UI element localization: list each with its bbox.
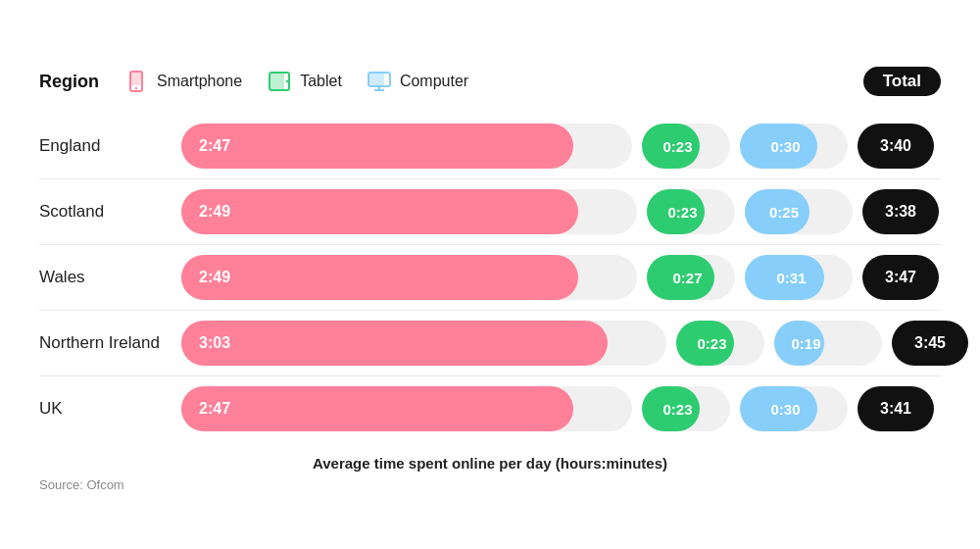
tablet-value: 0:23 xyxy=(649,138,692,155)
chart-title: Average time spent online per day (hours… xyxy=(39,455,941,472)
computer-value: 0:19 xyxy=(777,335,820,352)
smartphone-bar-wrapper: 3:03 xyxy=(181,321,666,366)
smartphone-bar-fill: 3:03 xyxy=(181,321,608,366)
computer-icon xyxy=(366,71,393,92)
computer-value: 0:25 xyxy=(756,204,799,221)
legend-region-label: Region xyxy=(39,72,99,92)
tablet-pill-fill: 0:23 xyxy=(642,124,700,169)
smartphone-value: 2:47 xyxy=(199,400,230,418)
total-value: 3:40 xyxy=(880,137,911,155)
tablet-pill-fill: 0:23 xyxy=(647,189,705,234)
computer-pill-wrapper: 0:31 xyxy=(745,255,853,300)
total-pill: 3:40 xyxy=(858,124,934,169)
tablet-value: 0:23 xyxy=(654,204,697,221)
computer-pill-wrapper: 0:25 xyxy=(745,189,853,234)
smartphone-value: 3:03 xyxy=(199,334,230,352)
tablet-pill-wrapper: 0:27 xyxy=(647,255,735,300)
smartphone-bar-fill: 2:47 xyxy=(181,386,573,431)
total-value: 3:38 xyxy=(885,203,916,221)
smartphone-value: 2:49 xyxy=(199,269,230,286)
tablet-value: 0:23 xyxy=(649,401,692,418)
computer-pill-fill: 0:30 xyxy=(740,386,817,431)
legend-tablet: Tablet xyxy=(266,71,342,92)
tablet-pill-wrapper: 0:23 xyxy=(642,124,730,169)
svg-point-2 xyxy=(135,87,137,89)
computer-pill-fill: 0:30 xyxy=(740,124,817,169)
smartphone-bar-fill: 2:47 xyxy=(181,124,573,169)
smartphone-bar-fill: 2:49 xyxy=(181,189,578,234)
row-label: Wales xyxy=(39,268,181,287)
total-value: 3:47 xyxy=(885,269,916,286)
chart-footer: Average time spent online per day (hours… xyxy=(39,455,941,492)
smartphone-bar-wrapper: 2:49 xyxy=(181,255,637,300)
tablet-label: Tablet xyxy=(300,73,342,90)
computer-pill-fill: 0:31 xyxy=(745,255,824,300)
chart-source: Source: Ofcom xyxy=(39,477,941,492)
tablet-pill-fill: 0:23 xyxy=(676,321,734,366)
total-pill: 3:45 xyxy=(892,321,968,366)
computer-pill-fill: 0:19 xyxy=(774,321,824,366)
tablet-value: 0:27 xyxy=(659,270,702,286)
tablet-pill-fill: 0:23 xyxy=(642,386,700,431)
smartphone-icon xyxy=(122,71,150,92)
bar-group: 2:47 0:23 0:30 xyxy=(181,124,941,169)
total-value: 3:45 xyxy=(914,334,946,352)
legend: Region Smartphone Tablet xyxy=(39,67,941,96)
bar-group: 3:03 0:23 0:19 xyxy=(181,321,968,366)
data-rows: England 2:47 0:23 xyxy=(39,114,941,441)
total-value: 3:41 xyxy=(880,400,911,418)
computer-pill-wrapper: 0:30 xyxy=(740,124,848,169)
computer-label: Computer xyxy=(400,73,468,90)
smartphone-value: 2:47 xyxy=(199,137,230,155)
bar-group: 2:49 0:23 0:25 xyxy=(181,189,941,234)
legend-computer: Computer xyxy=(366,71,468,92)
table-row: Scotland 2:49 0:23 xyxy=(39,179,941,245)
svg-rect-1 xyxy=(130,72,142,85)
smartphone-label: Smartphone xyxy=(157,73,242,90)
row-label: England xyxy=(39,136,181,156)
computer-value: 0:31 xyxy=(762,270,806,286)
row-label: Northern Ireland xyxy=(39,333,181,353)
tablet-pill-wrapper: 0:23 xyxy=(647,189,735,234)
chart-container: Region Smartphone Tablet xyxy=(20,47,960,502)
computer-pill-fill: 0:25 xyxy=(745,189,809,234)
tablet-pill-fill: 0:27 xyxy=(647,255,714,300)
legend-smartphone: Smartphone xyxy=(122,71,242,92)
svg-rect-7 xyxy=(368,73,384,86)
computer-value: 0:30 xyxy=(757,138,800,155)
table-row: Wales 2:49 0:27 xyxy=(39,245,941,311)
tablet-pill-wrapper: 0:23 xyxy=(642,386,730,431)
row-label: UK xyxy=(39,399,181,419)
computer-pill-wrapper: 0:30 xyxy=(740,386,848,431)
total-pill: 3:41 xyxy=(858,386,934,431)
bar-group: 2:49 0:27 0:31 xyxy=(181,255,941,300)
total-pill: 3:38 xyxy=(862,189,939,234)
legend-total: Total xyxy=(863,67,941,96)
tablet-icon xyxy=(266,71,293,92)
smartphone-bar-wrapper: 2:49 xyxy=(181,189,637,234)
table-row: UK 2:47 0:23 xyxy=(39,376,941,441)
smartphone-bar-wrapper: 2:47 xyxy=(181,124,632,169)
bar-group: 2:47 0:23 0:30 xyxy=(181,386,941,431)
total-pill: 3:47 xyxy=(862,255,939,300)
svg-rect-4 xyxy=(270,73,284,90)
smartphone-bar-fill: 2:49 xyxy=(181,255,578,300)
row-label: Scotland xyxy=(39,202,181,222)
tablet-pill-wrapper: 0:23 xyxy=(676,321,764,366)
table-row: Northern Ireland 3:03 0:23 xyxy=(39,311,941,376)
computer-value: 0:30 xyxy=(757,401,800,418)
svg-point-5 xyxy=(286,80,288,82)
computer-pill-wrapper: 0:19 xyxy=(774,321,882,366)
table-row: England 2:47 0:23 xyxy=(39,114,941,179)
tablet-value: 0:23 xyxy=(683,335,726,352)
smartphone-value: 2:49 xyxy=(199,203,230,221)
smartphone-bar-wrapper: 2:47 xyxy=(181,386,632,431)
